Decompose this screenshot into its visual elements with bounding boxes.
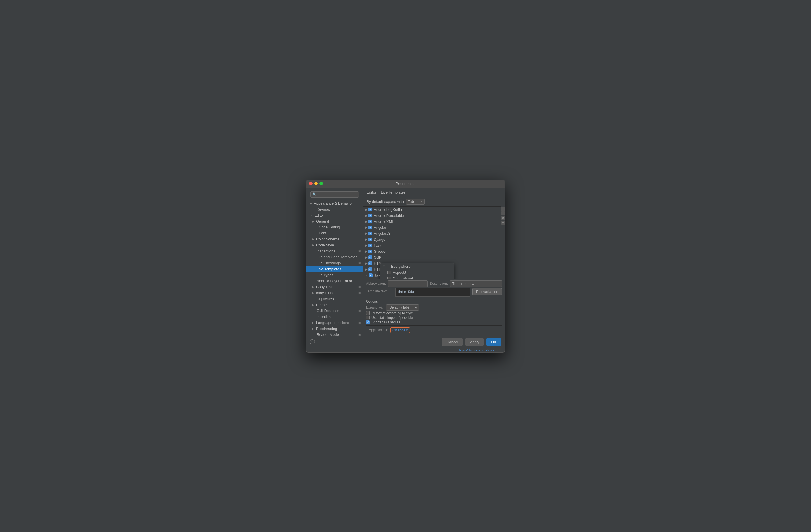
applicable-row: Applicable in Change ▾ — [366, 325, 502, 334]
sidebar-item-file-code-templates[interactable]: File and Code Templates — [306, 254, 363, 260]
reformat-label: Reformat according to style — [371, 311, 413, 315]
cancel-button[interactable]: Cancel — [442, 338, 463, 346]
dropdown-item-aspectj[interactable]: ▶AspectJ — [381, 270, 454, 275]
sidebar-item-inspections[interactable]: Inspections⊞ — [306, 248, 363, 254]
change-link[interactable]: Change ▾ — [391, 328, 410, 333]
template-group-django[interactable]: ▶ ✓ Django — [363, 237, 501, 242]
sidebar-item-android-layout[interactable]: Android Layout Editor — [306, 278, 363, 284]
group-checkbox[interactable]: ✓ — [368, 208, 372, 211]
sidebar-item-label: Color Scheme — [316, 237, 339, 241]
template-group-androidxml[interactable]: ▶ ✓ AndroidXML — [363, 218, 501, 225]
sidebar-item-code-editing[interactable]: Code Editing — [306, 224, 363, 230]
template-group-groovy[interactable]: ▶ ✓ Groovy — [363, 248, 501, 254]
group-chevron: ▶ — [365, 214, 368, 217]
group-label: AndroidParcelable — [374, 213, 404, 218]
sidebar-item-copyright[interactable]: ▶Copyright⊞ — [306, 284, 363, 290]
group-chevron: ▶ — [365, 226, 368, 229]
group-checkbox[interactable]: ✓ — [369, 273, 372, 277]
group-checkbox[interactable]: ✓ — [368, 244, 372, 247]
abbreviation-input[interactable] — [388, 280, 428, 287]
dp-checkbox2[interactable] — [387, 276, 391, 278]
template-group-gsp[interactable]: ▶ ✓ GSP — [363, 254, 501, 260]
sidebar-item-appearance[interactable]: ▶Appearance & Behavior — [306, 200, 363, 206]
group-chevron: ▶ — [365, 220, 368, 223]
help-button[interactable]: ? — [310, 339, 315, 345]
group-checkbox[interactable]: ✓ — [368, 249, 372, 253]
group-checkbox[interactable]: ✓ — [368, 220, 372, 223]
sidebar-item-reader-mode[interactable]: Reader Mode⊞ — [306, 332, 363, 336]
sidebar-item-label: Duplicates — [317, 297, 334, 301]
dropdown-item-coffeescript[interactable]: ▶CoffeeScript — [381, 275, 454, 278]
group-chevron: ▶ — [365, 268, 368, 271]
edit-variables-button[interactable]: Edit variables — [472, 288, 502, 295]
ok-button[interactable]: OK — [486, 338, 501, 346]
reformat-row: Reformat according to style — [366, 311, 419, 315]
sidebar-item-intentions[interactable]: Intentions — [306, 314, 363, 320]
chevron-icon: ▶ — [310, 202, 312, 205]
expand-select[interactable]: Tab Enter Space — [406, 199, 425, 204]
template-code-area[interactable]: date $da — [395, 288, 470, 297]
minimize-button[interactable] — [314, 182, 318, 185]
sidebar-item-inlay-hints[interactable]: ▶Inlay Hints⊞ — [306, 290, 363, 296]
sidebar-item-label: Reader Mode — [317, 333, 339, 336]
template-text-row: Template text: date $da Edit variables — [366, 288, 502, 299]
right-scrollbar: + − ⧉ ↩ — [501, 206, 505, 278]
group-checkbox[interactable]: ✓ — [368, 226, 372, 229]
sidebar-item-icon: ⊞ — [358, 309, 361, 312]
template-group-androidparcelable[interactable]: ▶ ✓ AndroidParcelable — [363, 213, 501, 218]
scroll-reset-button[interactable]: ↩ — [501, 221, 505, 225]
template-text-label: Template text: — [366, 288, 393, 293]
sidebar-item-language-injections[interactable]: ▶Language Injections⊞ — [306, 320, 363, 326]
reformat-checkbox[interactable] — [366, 311, 370, 315]
template-group-angular[interactable]: ▶ ✓ Angular — [363, 225, 501, 230]
template-group-androidlogkotlin[interactable]: ▶ ✓ AndroidLogKotlin — [363, 207, 501, 213]
templates-area: ▶ ✓ AndroidLogKotlin ▶ ✓ AndroidParcelab… — [363, 206, 505, 278]
expand-with-select[interactable]: Default (Tab) Tab Enter — [386, 304, 419, 310]
sidebar-item-font[interactable]: Font — [306, 230, 363, 236]
group-checkbox[interactable]: ✓ — [368, 232, 372, 235]
apply-button[interactable]: Apply — [465, 338, 484, 346]
sidebar-item-live-templates[interactable]: Live Templates — [306, 266, 363, 272]
expand-row: By default expand with Tab Enter Space — [363, 197, 505, 206]
shorten-checkbox[interactable]: ✓ — [366, 320, 370, 324]
group-checkbox[interactable]: ✓ — [368, 268, 372, 271]
sidebar-item-label: Language Injections — [316, 321, 349, 325]
sidebar-item-icon: ⊞ — [358, 291, 361, 294]
sidebar-item-code-style[interactable]: ▶Code Style — [306, 242, 363, 248]
sidebar-item-label: Emmet — [316, 303, 328, 307]
search-input[interactable] — [310, 191, 359, 198]
sidebar-item-color-scheme[interactable]: ▶Color Scheme — [306, 236, 363, 242]
sidebar-item-file-encodings[interactable]: File Encodings⊞ — [306, 260, 363, 266]
sidebar-item-duplicates[interactable]: Duplicates — [306, 296, 363, 302]
group-label: AngularJS — [374, 231, 391, 235]
sidebar-item-general[interactable]: ▶General — [306, 218, 363, 224]
template-group-angularjs[interactable]: ▶ ✓ AngularJS — [363, 230, 501, 237]
static-import-checkbox[interactable] — [366, 316, 370, 319]
sidebar-item-file-types[interactable]: File Types — [306, 272, 363, 278]
change-chevron: ▾ — [406, 328, 408, 332]
template-group-flask[interactable]: ▶ ✓ flask — [363, 242, 501, 248]
sidebar-item-proofreading[interactable]: ▶Proofreading — [306, 326, 363, 332]
group-checkbox[interactable]: ✓ — [368, 214, 372, 217]
close-button[interactable] — [309, 182, 312, 185]
bottom-panel: Abbreviation: Description: Template text… — [363, 278, 505, 336]
group-checkbox[interactable]: ✓ — [368, 238, 372, 241]
group-checkbox[interactable]: ✓ — [368, 256, 372, 259]
sidebar-item-gui-designer[interactable]: GUI Designer⊞ — [306, 308, 363, 314]
scroll-add-button[interactable]: + — [501, 207, 505, 211]
sidebar-item-keymap[interactable]: Keymap — [306, 206, 363, 212]
sidebar-item-icon: ⊞ — [358, 285, 361, 288]
group-checkbox[interactable]: ✓ — [368, 261, 372, 265]
scroll-copy-button[interactable]: ⧉ — [501, 216, 505, 220]
sidebar-item-emmet[interactable]: ▶Emmet — [306, 302, 363, 308]
scroll-minus-button[interactable]: − — [501, 211, 505, 215]
dropdown-item-everywhere[interactable]: ▼Everywhere — [381, 263, 454, 270]
group-chevron: ▼ — [365, 274, 368, 277]
dp-checkbox2[interactable] — [387, 271, 391, 274]
sidebar-item-editor[interactable]: ▼Editor — [306, 212, 363, 218]
description-input[interactable] — [450, 280, 502, 287]
sidebar-item-label: Code Editing — [319, 225, 340, 229]
maximize-button[interactable] — [319, 182, 323, 185]
breadcrumb-parent: Editor — [367, 190, 376, 194]
sidebar-item-label: Live Templates — [317, 267, 341, 271]
